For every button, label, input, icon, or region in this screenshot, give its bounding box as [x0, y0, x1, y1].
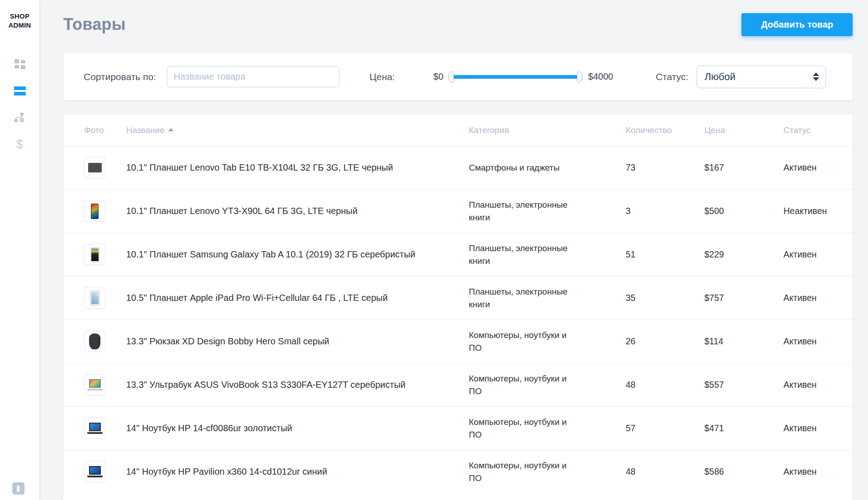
- product-name: 10.1" Планшет Lenovo Tab E10 TB-X104L 32…: [126, 162, 469, 173]
- sidebar-nav: $: [14, 58, 26, 150]
- product-name: 10.1" Планшет Lenovo YT3-X90L 64 ГБ 3G, …: [126, 206, 469, 216]
- product-name: 13.3" Рюкзак XD Design Bobby Hero Small …: [126, 336, 469, 347]
- product-category: Планшеты, электронные книги: [469, 242, 582, 267]
- sidebar: SHOP ADMIN $: [0, 0, 40, 500]
- sidebar-item-sales[interactable]: $: [14, 138, 26, 150]
- product-status: Активен: [783, 467, 844, 477]
- column-header-status[interactable]: Статус: [783, 125, 844, 135]
- product-quantity: 26: [626, 336, 704, 347]
- product-price: $500: [704, 206, 783, 216]
- product-quantity: 35: [626, 293, 704, 303]
- product-photo: [84, 287, 105, 309]
- sitemap-icon: [14, 112, 25, 124]
- dashboard-grid-icon: [14, 59, 25, 70]
- product-name: 10.5" Планшет Apple iPad Pro Wi-Fi+Cellu…: [126, 293, 469, 303]
- product-name: 10.1" Планшет Samsung Galaxy Tab A 10.1 …: [126, 249, 469, 260]
- product-photo-art: [88, 163, 102, 172]
- product-photo: [84, 461, 105, 482]
- product-photo: [84, 157, 105, 178]
- price-label: Цена:: [369, 71, 395, 82]
- sidebar-item-dashboard[interactable]: [14, 58, 26, 70]
- sort-label: Сортировать по:: [84, 71, 156, 82]
- product-quantity: 57: [626, 423, 704, 433]
- product-name: 13.3" Ультрабук ASUS VivoBook S13 S330FA…: [126, 380, 469, 390]
- page-header: Товары Добавить товар: [63, 12, 853, 37]
- product-price: $471: [704, 423, 783, 433]
- price-max-value: $4000: [588, 71, 613, 82]
- table-row[interactable]: 10.1" Планшет Lenovo YT3-X90L 64 ГБ 3G, …: [63, 189, 853, 233]
- table-row[interactable]: 10.1" Планшет Lenovo Tab E10 TB-X104L 32…: [63, 146, 853, 189]
- product-photo-art: [89, 333, 100, 349]
- product-photo: [84, 244, 105, 265]
- product-price: $757: [704, 293, 783, 303]
- product-photo: [84, 200, 105, 222]
- product-price: $167: [704, 162, 783, 173]
- product-quantity: 3: [626, 206, 704, 216]
- product-name: 14" Ноутбук HP 14-cf0086ur золотистый: [126, 423, 469, 433]
- column-header-quantity[interactable]: Количество: [626, 125, 704, 135]
- column-header-price[interactable]: Цена: [704, 125, 783, 135]
- table-row[interactable]: 14" Ноутбук HP 14-cf0086ur золотистый Ко…: [63, 406, 853, 450]
- product-status: Активен: [783, 336, 844, 347]
- sort-input[interactable]: [167, 66, 340, 87]
- add-product-button[interactable]: Добавить товар: [741, 13, 853, 36]
- product-category: Компьютеры, ноутбуки и ПО: [469, 459, 582, 484]
- product-status: Активен: [783, 293, 844, 303]
- product-quantity: 48: [626, 380, 704, 390]
- product-category: Компьютеры, ноутбуки и ПО: [469, 416, 582, 441]
- product-quantity: 51: [626, 249, 704, 260]
- table-row[interactable]: 14" Ноутбук HP Pavilion x360 14-cd1012ur…: [63, 450, 853, 493]
- table-row[interactable]: 13.3" Рюкзак XD Design Bobby Hero Small …: [63, 319, 853, 363]
- product-category: Смартфоны и гаджеты: [469, 162, 582, 174]
- product-status: Активен: [783, 162, 844, 173]
- product-status: Активен: [783, 380, 844, 390]
- main-content: Товары Добавить товар Сортировать по: Це…: [40, 0, 868, 500]
- price-slider-track: [451, 75, 580, 79]
- price-slider-handle-max[interactable]: [577, 71, 582, 82]
- column-header-name[interactable]: Название: [126, 125, 469, 135]
- table-row[interactable]: 13.3" Ультрабук ASUS VivoBook S13 S330FA…: [63, 363, 853, 406]
- product-status: Активен: [783, 423, 844, 433]
- table-body: 10.1" Планшет Lenovo Tab E10 TB-X104L 32…: [63, 146, 853, 493]
- product-photo: [84, 418, 105, 439]
- sidebar-item-products-active[interactable]: [14, 85, 26, 97]
- table-header-row: Фото Название Категория Количество Цена …: [63, 114, 853, 146]
- column-header-photo[interactable]: Фото: [84, 125, 126, 135]
- sidebar-item-categories[interactable]: [14, 112, 26, 124]
- collapse-bar-icon: [17, 486, 19, 492]
- product-quantity: 73: [626, 162, 704, 173]
- product-photo-art: [91, 204, 99, 219]
- sort-ascending-icon: [168, 128, 174, 131]
- two-bars-icon: [14, 86, 26, 95]
- product-photo: [84, 331, 105, 352]
- product-status: Активен: [783, 249, 844, 260]
- select-spinner-icon: [813, 72, 819, 81]
- price-slider[interactable]: [448, 71, 582, 82]
- sidebar-collapse-button[interactable]: [12, 482, 24, 495]
- products-table: Фото Название Категория Количество Цена …: [63, 114, 853, 500]
- product-price: $557: [704, 380, 783, 390]
- product-photo-art: [87, 423, 103, 434]
- product-category: Планшеты, электронные книги: [469, 199, 582, 224]
- product-price: $229: [704, 249, 783, 260]
- product-name: 14" Ноутбук HP Pavilion x360 14-cd1012ur…: [126, 467, 469, 477]
- price-slider-handle-min[interactable]: [448, 71, 454, 82]
- dollar-icon: $: [16, 138, 23, 152]
- status-select[interactable]: Любой: [697, 66, 826, 88]
- product-category: Планшеты, электронные книги: [469, 286, 582, 310]
- table-row[interactable]: 10.1" Планшет Samsung Galaxy Tab A 10.1 …: [63, 233, 853, 276]
- price-min-value: $0: [434, 71, 443, 82]
- product-status: Неактивен: [783, 206, 844, 216]
- app-logo: SHOP ADMIN: [8, 12, 31, 29]
- page-title: Товары: [63, 15, 126, 34]
- product-quantity: 48: [626, 467, 704, 477]
- column-header-category[interactable]: Категория: [469, 125, 626, 135]
- product-photo-art: [90, 290, 100, 305]
- product-category: Компьютеры, ноутбуки и ПО: [469, 329, 582, 354]
- product-photo-art: [90, 247, 99, 262]
- product-category: Компьютеры, ноутбуки и ПО: [469, 372, 582, 397]
- logo-line-2: ADMIN: [8, 21, 31, 30]
- product-price: $586: [704, 467, 783, 477]
- table-row[interactable]: 10.5" Планшет Apple iPad Pro Wi-Fi+Cellu…: [63, 276, 853, 319]
- product-photo-art: [87, 379, 103, 391]
